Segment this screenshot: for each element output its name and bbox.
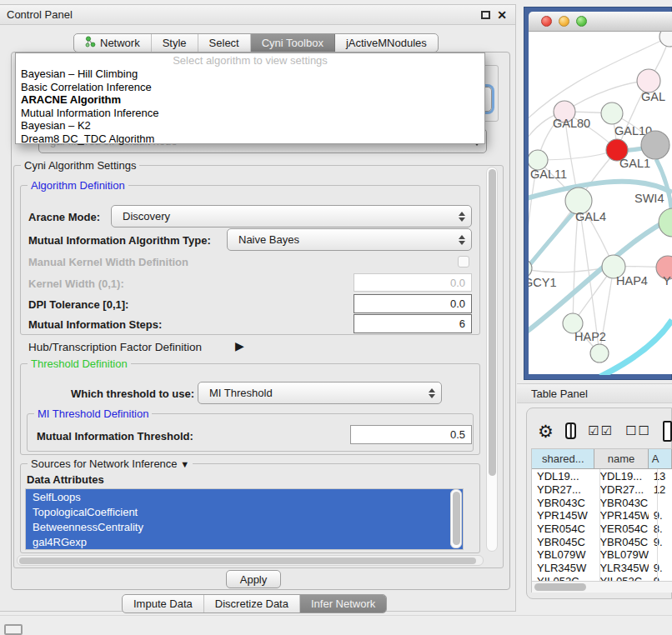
tab-select[interactable]: Select: [198, 34, 251, 52]
cell-name: YDL19...: [594, 470, 648, 482]
tab-style[interactable]: Style: [152, 34, 198, 52]
cell-shared-name: YPR145W: [532, 509, 594, 522]
mi-threshold-field[interactable]: 0.5: [350, 425, 472, 444]
table-row-ylr345w[interactable]: YLR345WYLR345W9.: [532, 562, 672, 575]
dropdown-item-dream8-dc-tdc-algorithm[interactable]: Dream8 DC_TDC Algorithm: [16, 132, 484, 146]
dropdown-item-aracne-algorithm[interactable]: ARACNE Algorithm: [16, 93, 484, 107]
close-traffic-light-icon[interactable]: [541, 16, 552, 27]
cell-extra: 9.: [649, 562, 672, 574]
dropdown-item-mutual-information-inference[interactable]: Mutual Information Inference: [16, 107, 484, 120]
table-horizontal-scrollbar[interactable]: [532, 581, 672, 592]
toolbox-tab-bar: NetworkStyleSelectCyni ToolboxjActiveMNo…: [73, 33, 439, 52]
attributes-list-scrollbar-thumb[interactable]: [453, 492, 460, 545]
sources-title[interactable]: Sources for Network Inference ▼: [28, 458, 193, 470]
dpi-tolerance-label: DPI Tolerance [0,1]:: [28, 298, 128, 311]
hub-tf-definition-label[interactable]: Hub/Transcription Factor Definition: [28, 341, 202, 353]
settings-vertical-scrollbar[interactable]: [486, 167, 498, 552]
network-window-titlebar[interactable]: [529, 12, 672, 32]
tab-discretize-data[interactable]: Discretize Data: [204, 595, 300, 612]
control-panel-window: Control Panel ✕ NetworkStyleSelectCyni T…: [0, 4, 516, 612]
table-row-ydl19[interactable]: YDL19...YDL19...13: [532, 470, 672, 483]
network-node-label-hap2: HAP2: [574, 330, 606, 343]
aracne-mode-combobox[interactable]: Discovery: [111, 205, 472, 228]
manual-kernel-width-label: Manual Kernel Width Definition: [28, 256, 188, 268]
combo-arrows-icon: [429, 388, 435, 398]
tab-infer-network-label: Infer Network: [311, 598, 375, 610]
minimize-traffic-light-icon[interactable]: [559, 16, 569, 27]
network-graph[interactable]: GALGAL80GAL10GAL1GAL11GAL4SWI4GCY1HAP4YH…: [529, 32, 672, 375]
table-header-name[interactable]: name: [594, 449, 648, 468]
dropdown-item-bayesian-k2[interactable]: Bayesian – K2: [16, 119, 484, 132]
aracne-mode-label: Aracne Mode:: [28, 211, 100, 223]
node-table: shared... name A YDL19...YDL19...13YDR27…: [531, 448, 672, 592]
zoom-traffic-light-icon[interactable]: [576, 16, 587, 27]
network-node[interactable]: [659, 32, 672, 47]
table-row-ybl079w[interactable]: YBL079WYBL079W: [532, 548, 672, 562]
network-node[interactable]: [590, 344, 609, 362]
apply-button[interactable]: Apply: [226, 570, 281, 588]
expand-arrow-icon[interactable]: ▶: [235, 339, 244, 352]
attribute-item-selfloops[interactable]: SelfLoops: [26, 489, 463, 504]
gear-icon[interactable]: ⚙: [538, 422, 554, 440]
network-node-label-gal11: GAL11: [530, 168, 567, 181]
dpi-tolerance-field[interactable]: 0.0: [354, 294, 472, 313]
cell-name: YDR27...: [594, 483, 648, 496]
column-divider: [599, 469, 600, 592]
attribute-item-topologicalcoefficient[interactable]: TopologicalCoefficient: [26, 504, 463, 519]
mi-threshold-definition-title: MI Threshold Definition: [34, 408, 152, 420]
table-panel-title: Table Panel: [531, 388, 588, 400]
which-threshold-value: MI Threshold: [209, 387, 273, 399]
kernel-width-field[interactable]: 0.0: [354, 273, 472, 292]
tab-impute-data-label: Impute Data: [133, 598, 193, 610]
settings-horizontal-scrollbar[interactable]: [17, 555, 484, 566]
settings-vertical-scrollbar-thumb[interactable]: [489, 169, 496, 476]
table-row-ybr043c[interactable]: YBR043CYBR043C: [532, 496, 672, 509]
tab-jactivemnodules[interactable]: jActiveMNodules: [335, 34, 438, 52]
network-node-gal[interactable]: [637, 69, 660, 92]
combo-arrows-icon: [459, 212, 465, 222]
cell-name: YBR043C: [594, 497, 648, 509]
attributes-list-scrollbar[interactable]: [450, 489, 462, 548]
network-node[interactable]: [641, 131, 669, 159]
table-row-ypr145w[interactable]: YPR145WYPR145W9.: [532, 509, 672, 522]
cell-extra: 9.: [649, 509, 672, 522]
mi-algorithm-type-combobox[interactable]: Naive Bayes: [227, 228, 472, 251]
cell-shared-name: YER054C: [532, 522, 594, 535]
table-header-extra[interactable]: A: [649, 449, 672, 468]
network-node-label-gcy1: GCY1: [529, 276, 557, 289]
tab-impute-data[interactable]: Impute Data: [123, 595, 204, 612]
tab-cyni-toolbox[interactable]: Cyni Toolbox: [251, 34, 335, 52]
dropdown-item-basic-correlation-inference[interactable]: Basic Correlation Inference: [16, 81, 484, 94]
settings-horizontal-scrollbar-thumb[interactable]: [19, 558, 476, 564]
which-threshold-combobox[interactable]: MI Threshold: [198, 382, 442, 404]
dropdown-item-bayesian-hill-climbing[interactable]: Bayesian – Hill Climbing: [16, 68, 484, 81]
network-node-gal10[interactable]: [601, 102, 623, 124]
attribute-item-betweennesscentrality[interactable]: BetweennessCentrality: [26, 519, 463, 534]
columns-icon[interactable]: [565, 422, 576, 439]
table-row-ybr045c[interactable]: YBR045CYBR045C9.: [532, 535, 672, 548]
table-header-shared-name[interactable]: shared...: [532, 449, 594, 468]
table-row-yer054c[interactable]: YER054CYER054C8.: [532, 522, 672, 536]
cell-shared-name: YDL19...: [532, 470, 594, 482]
float-window-icon[interactable]: [481, 11, 490, 19]
cyni-algorithm-settings-title: Cyni Algorithm Settings: [21, 159, 139, 172]
select-all-checkboxes-icon[interactable]: ☑☑: [588, 423, 614, 438]
cell-extra: 12: [649, 483, 672, 496]
table-horizontal-scrollbar-thumb[interactable]: [534, 583, 586, 591]
mi-steps-value: 6: [459, 318, 465, 330]
attribute-item-gal4rgexp[interactable]: gal4RGexp: [26, 534, 463, 549]
manual-kernel-width-checkbox[interactable]: [458, 256, 469, 268]
mi-steps-field[interactable]: 6: [354, 314, 472, 333]
mi-algorithm-type-label: Mutual Information Algorithm Type:: [28, 234, 211, 247]
table-rows: YDL19...YDL19...13YDR27...YDR27...12YBR0…: [532, 470, 672, 588]
tab-network[interactable]: Network: [74, 34, 152, 52]
document-icon[interactable]: [663, 421, 672, 442]
cyni-mode-tab-bar: Impute DataDiscretize DataInfer Network: [122, 594, 387, 613]
deselect-all-checkboxes-icon[interactable]: ☐☐: [625, 423, 651, 438]
tab-infer-network[interactable]: Infer Network: [300, 595, 386, 612]
close-window-icon[interactable]: ✕: [497, 9, 507, 21]
network-node-swi4[interactable]: [659, 208, 672, 237]
threshold-definition-title: Threshold Definition: [28, 358, 131, 370]
table-row-ydr27[interactable]: YDR27...YDR27...12: [532, 483, 672, 497]
minimized-panel-icon[interactable]: [4, 624, 23, 635]
